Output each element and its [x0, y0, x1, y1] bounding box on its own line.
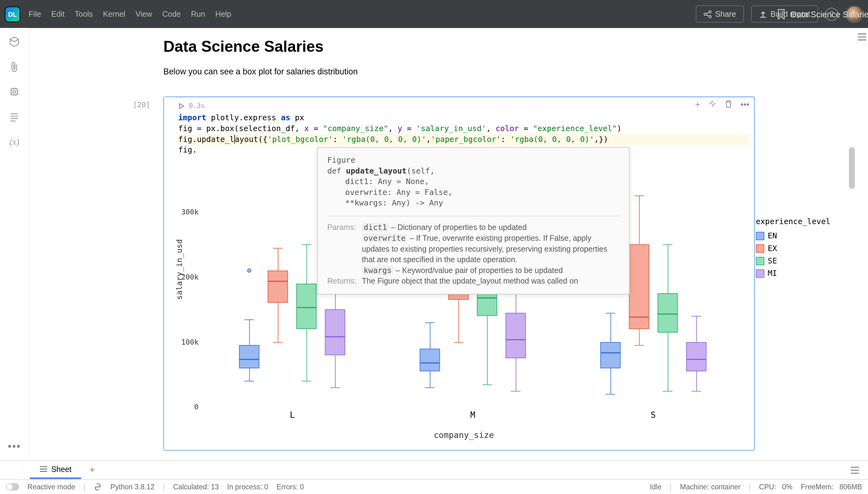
- menu-file[interactable]: File: [29, 10, 41, 19]
- status-inprocess: In process: 0: [227, 482, 268, 491]
- chart-legend[interactable]: experience_level ENEXSEMI: [756, 216, 830, 281]
- legend-swatch: [756, 232, 764, 240]
- bookmark-icon[interactable]: [776, 9, 786, 20]
- svg-point-0: [709, 11, 711, 13]
- share-label: Share: [715, 10, 736, 19]
- reactive-toggle[interactable]: [6, 483, 19, 490]
- page-title: Data Science Salaries: [163, 38, 856, 56]
- menu-edit[interactable]: Edit: [51, 10, 64, 19]
- x-tick: M: [470, 410, 475, 420]
- status-errors: Errors: 0: [277, 482, 304, 491]
- menu-view[interactable]: View: [135, 10, 152, 19]
- legend-item[interactable]: EX: [756, 243, 830, 254]
- python-version: Python 3.8.12: [110, 482, 154, 491]
- run-cell-icon[interactable]: [178, 103, 184, 109]
- svg-point-2: [709, 15, 711, 18]
- left-rail: (x) •••: [0, 28, 29, 460]
- menu-help[interactable]: Help: [215, 10, 231, 19]
- x-tick: S: [651, 410, 656, 420]
- legend-item[interactable]: SE: [756, 256, 830, 267]
- main-menu: File Edit Tools Kernel View Code Run Hel…: [29, 10, 231, 19]
- cell-timing: 0.3s: [189, 101, 205, 112]
- legend-swatch: [756, 257, 764, 265]
- menu-tools[interactable]: Tools: [75, 10, 93, 19]
- x-axis-label: company_size: [434, 430, 494, 441]
- app-logo[interactable]: DL: [5, 6, 20, 22]
- reactive-label: Reactive mode: [27, 482, 75, 491]
- project-icon[interactable]: [8, 35, 21, 48]
- top-bar: DL File Edit Tools Kernel View Code Run …: [0, 0, 868, 28]
- code-editor[interactable]: 0.3s import plotly.express as px fig = p…: [174, 97, 754, 450]
- x-tick: L: [290, 410, 295, 420]
- delete-cell-icon[interactable]: [725, 99, 732, 109]
- sheet-tabs: Sheet +: [0, 460, 868, 479]
- box-EX-L[interactable]: [268, 192, 288, 407]
- more-cell-icon[interactable]: •••: [741, 99, 749, 109]
- share-button[interactable]: Share: [696, 5, 744, 23]
- box-SE-L[interactable]: [296, 192, 317, 407]
- cell-options-icon[interactable]: [709, 99, 717, 109]
- svg-rect-3: [12, 89, 17, 95]
- code-cell[interactable]: [20] + ••• 0.3s import plotly.express a: [163, 97, 755, 451]
- tab-sheet[interactable]: Sheet: [30, 461, 81, 479]
- legend-item[interactable]: EN: [756, 231, 830, 242]
- scrollbar-thumb[interactable]: [849, 147, 855, 189]
- page-subtitle: Below you can see a box plot for salarie…: [163, 66, 856, 76]
- svg-point-1: [704, 13, 706, 15]
- menu-kernel[interactable]: Kernel: [103, 10, 125, 19]
- add-cell-icon[interactable]: +: [695, 99, 700, 109]
- document-title: Data Science Salaries Data: [791, 9, 868, 19]
- box-SE-S[interactable]: [657, 192, 677, 407]
- more-rail-icon[interactable]: •••: [8, 440, 21, 453]
- status-calculated: Calculated: 13: [173, 482, 219, 491]
- menu-run[interactable]: Run: [191, 10, 205, 19]
- y-axis-label: salary_in_usd: [174, 239, 185, 300]
- box-EN-L[interactable]: [239, 192, 260, 407]
- legend-item[interactable]: MI: [756, 268, 830, 279]
- sheet-menu-icon[interactable]: [850, 466, 860, 474]
- cell-prompt: [20]: [133, 101, 150, 109]
- legend-swatch: [756, 244, 764, 252]
- chip-icon[interactable]: [8, 85, 21, 98]
- right-rail-menu-icon[interactable]: [857, 33, 867, 41]
- python-icon: [94, 482, 102, 491]
- legend-swatch: [756, 269, 764, 278]
- box-MI-S[interactable]: [686, 192, 706, 407]
- doc-tooltip: Figure def update_layout(self, dict1: An…: [317, 147, 629, 294]
- attachment-icon[interactable]: [8, 60, 21, 73]
- status-bar: Reactive mode | Python 3.8.12 | Calculat…: [0, 479, 868, 493]
- add-sheet-icon[interactable]: +: [81, 464, 103, 475]
- outline-icon[interactable]: [8, 110, 21, 124]
- box-EX-S[interactable]: [629, 192, 649, 407]
- status-machine: Machine: container: [680, 482, 741, 491]
- menu-code[interactable]: Code: [163, 10, 181, 19]
- status-idle: Idle: [650, 482, 662, 491]
- variables-icon[interactable]: (x): [8, 135, 21, 149]
- svg-rect-4: [13, 91, 16, 93]
